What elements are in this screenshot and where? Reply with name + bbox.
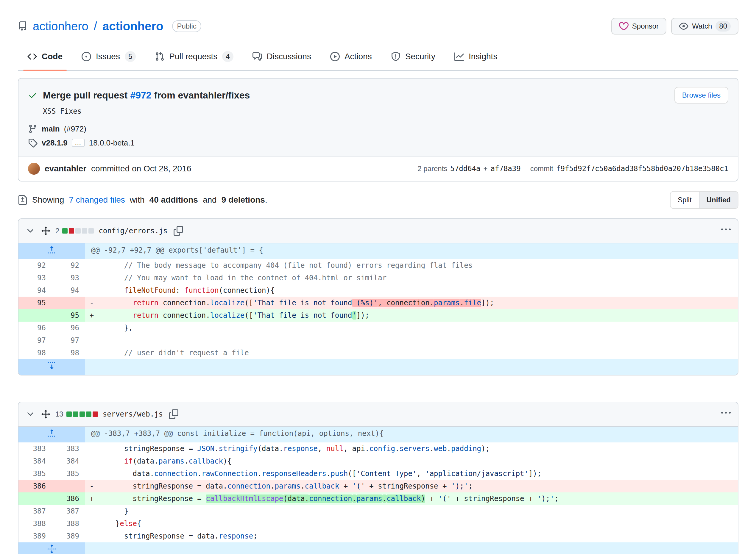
repo-nav: CodeIssues5Pull requests4DiscussionsActi… (18, 43, 739, 71)
tab-actions[interactable]: Actions (321, 43, 382, 70)
changed-files-link[interactable]: 7 changed files (69, 194, 125, 206)
new-line-number[interactable]: 98 (52, 347, 85, 359)
old-line-number[interactable]: 387 (18, 505, 52, 517)
hunk-row: @@ -383,7 +383,7 @@ const initialize = f… (18, 427, 738, 442)
expand-diff-button[interactable] (46, 244, 58, 256)
new-line-number[interactable]: 93 (52, 272, 85, 284)
diff-marker: + (85, 492, 98, 505)
new-line-number[interactable]: 384 (52, 455, 85, 467)
expand-gutter[interactable] (18, 243, 85, 259)
diffstat-square-deleted (93, 411, 98, 417)
new-line-number[interactable]: 388 (52, 517, 85, 530)
old-line-number[interactable]: 388 (18, 517, 52, 530)
expand-diff-button[interactable] (46, 360, 58, 372)
fold-down-icon (47, 361, 57, 371)
author-name[interactable]: evantahler (45, 162, 86, 175)
commit-summary-box: Merge pull request #972 from evantahler/… (18, 78, 739, 181)
expand-diff-button[interactable] (46, 427, 58, 439)
new-line-number[interactable]: 94 (52, 284, 85, 297)
old-line-number[interactable]: 92 (18, 259, 52, 272)
tab-security[interactable]: Security (382, 43, 445, 70)
repo-name-link[interactable]: actionhero (102, 17, 163, 35)
unified-button[interactable]: Unified (699, 191, 738, 208)
tab-label: Actions (345, 52, 372, 61)
collapse-file-button[interactable] (24, 408, 36, 420)
old-line-number[interactable]: 386 (18, 480, 52, 492)
copy-path-button[interactable] (172, 225, 184, 237)
old-line-number[interactable]: 95 (18, 297, 52, 309)
watch-button[interactable]: Watch 80 (671, 18, 739, 35)
old-line-number[interactable]: 385 (18, 467, 52, 480)
file-options-button[interactable] (720, 407, 732, 419)
avatar[interactable] (28, 163, 40, 175)
new-line-number[interactable]: 389 (52, 530, 85, 542)
browse-files-button[interactable]: Browse files (674, 87, 728, 104)
tab-label: Insights (469, 52, 498, 61)
old-line-number[interactable]: 383 (18, 442, 52, 455)
tag-name[interactable]: v28.1.9 (42, 137, 67, 149)
tag-row: v28.1.9 … 18.0.0-beta.1 (28, 137, 728, 149)
tab-code[interactable]: Code (18, 43, 72, 70)
new-line-number[interactable]: 385 (52, 467, 85, 480)
kebab-icon (721, 408, 731, 418)
pr-link[interactable]: #972 (130, 90, 151, 101)
tab-issues[interactable]: Issues5 (72, 43, 145, 70)
tab-pull-requests[interactable]: Pull requests4 (145, 43, 243, 70)
new-line-number[interactable]: 92 (52, 259, 85, 272)
tag-expander[interactable]: … (72, 138, 85, 147)
diff-marker (85, 467, 98, 480)
expand-gutter[interactable] (18, 359, 85, 375)
tag-last[interactable]: 18.0.0-beta.1 (89, 137, 135, 149)
code-cell: + return connection.localize(['That file… (85, 309, 738, 322)
repo-owner-link[interactable]: actionhero (33, 17, 89, 35)
file-name[interactable]: servers/web.js (103, 409, 163, 420)
tab-insights[interactable]: Insights (445, 43, 507, 70)
expand-gutter[interactable] (18, 542, 85, 554)
sponsor-button[interactable]: Sponsor (611, 18, 666, 35)
new-line-number[interactable]: 97 (52, 334, 85, 347)
parent-sha-2[interactable]: af78a39 (491, 163, 521, 174)
code-cell: // You may want to load in the contnet o… (85, 272, 738, 284)
file-name[interactable]: config/errors.js (99, 226, 167, 236)
diff-marker (85, 455, 98, 467)
diffstat-square-added (86, 411, 91, 417)
new-line-number[interactable]: 96 (52, 322, 85, 334)
commit-date-text: committed on Oct 28, 2016 (91, 162, 191, 175)
tab-label: Issues (96, 52, 120, 61)
copy-path-button[interactable] (168, 408, 180, 420)
new-line-number[interactable]: 387 (52, 505, 85, 517)
expand-gutter[interactable] (18, 427, 85, 442)
parent-sha-1[interactable]: 57dd64a (450, 163, 480, 174)
branch-name[interactable]: main (42, 123, 60, 135)
check-icon (28, 91, 38, 100)
tab-counter: 4 (222, 51, 233, 62)
collapse-file-button[interactable] (24, 225, 36, 237)
old-line-number[interactable]: 94 (18, 284, 52, 297)
commit-sha: f9f5d92f7c50a6dad38f558bd0a207b18e3580c1 (556, 163, 728, 174)
old-line-number[interactable]: 384 (18, 455, 52, 467)
new-line-number[interactable]: 95 (52, 309, 85, 322)
diffstat-count: 2 (55, 226, 59, 236)
diff-marker: - (85, 297, 98, 309)
old-line-number[interactable]: 389 (18, 530, 52, 542)
tab-discussions[interactable]: Discussions (243, 43, 321, 70)
and-label: and (203, 194, 217, 206)
new-line-number[interactable] (52, 297, 85, 309)
diff-line-ctx: 389389 stringResponse = data.response; (18, 530, 738, 542)
diff-table: @@ -383,7 +383,7 @@ const initialize = f… (18, 427, 738, 554)
new-line-number[interactable]: 383 (52, 442, 85, 455)
old-line-number[interactable]: 98 (18, 347, 52, 359)
code-cell: - return connection.localize(['That file… (85, 297, 738, 309)
old-line-number[interactable] (18, 309, 52, 322)
split-button[interactable]: Split (670, 191, 699, 208)
file-options-button[interactable] (720, 224, 732, 236)
period: . (265, 195, 267, 205)
old-line-number[interactable] (18, 492, 52, 505)
new-line-number[interactable]: 386 (52, 492, 85, 505)
old-line-number[interactable]: 96 (18, 322, 52, 334)
old-line-number[interactable]: 97 (18, 334, 52, 347)
old-line-number[interactable]: 93 (18, 272, 52, 284)
expand-diff-button[interactable] (46, 543, 58, 554)
diffstat-square-neutral (82, 228, 87, 233)
new-line-number[interactable] (52, 480, 85, 492)
